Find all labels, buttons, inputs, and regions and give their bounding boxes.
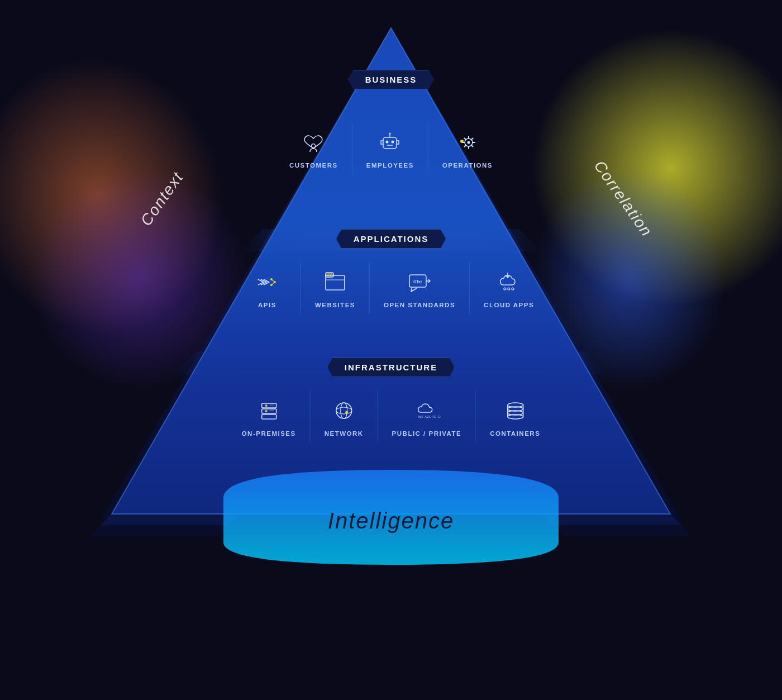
diagram-container: Context Correlation BUSINESS	[84, 0, 698, 700]
svg-marker-2	[112, 28, 670, 514]
intelligence-section: Intelligence	[196, 464, 586, 578]
triangle-wrapper: Context Correlation BUSINESS	[84, 11, 698, 598]
intelligence-dome-svg: Intelligence	[196, 464, 586, 576]
svg-marker-3	[240, 229, 542, 251]
intelligence-text-svg: Intelligence	[328, 508, 454, 533]
svg-marker-4	[173, 352, 609, 374]
